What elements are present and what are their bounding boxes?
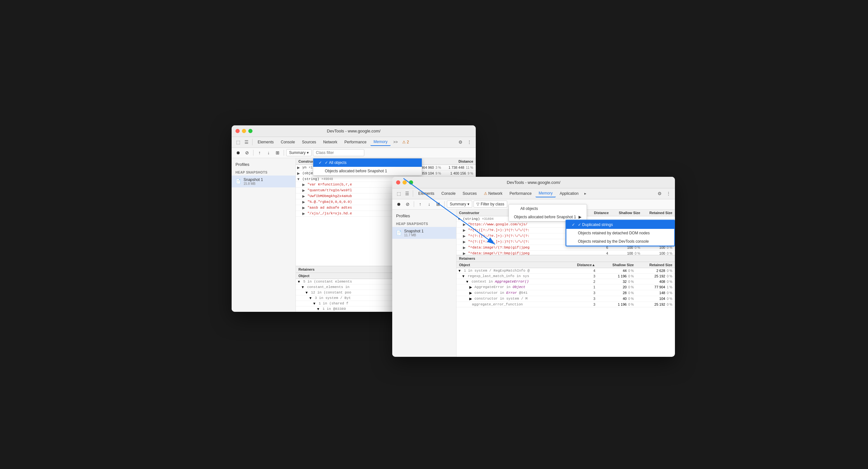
dropdown-console-front[interactable]: Objects retained by the DevTools console	[566, 237, 674, 245]
close-button-back[interactable]	[236, 129, 240, 133]
ret-name-f2: context in AggregateError()	[469, 280, 572, 284]
dropdown-all-objects-front[interactable]: All objects	[509, 204, 587, 213]
collect-btn-front[interactable]: ⊞	[434, 200, 442, 208]
upload-btn-back[interactable]: ↑	[256, 149, 264, 156]
tab-network-back[interactable]: Network	[320, 139, 341, 146]
expand-icon-8[interactable]: ▶	[301, 211, 306, 216]
ret-retained-col-front: Retained Size	[637, 263, 675, 267]
expand-icon-4[interactable]: ▶	[301, 188, 306, 193]
tab-performance-front[interactable]: Performance	[506, 190, 535, 197]
tab-console-back[interactable]: Console	[278, 139, 298, 146]
ret-expand-5[interactable]: ▼	[296, 307, 320, 311]
class-filter-input-back[interactable]	[313, 149, 364, 156]
settings-icon-front[interactable]: ⚙	[656, 190, 663, 197]
tab-application-front[interactable]: Application	[556, 190, 582, 197]
memory-toolbar-front: ⏺ ⊘ ↑ ↓ ⊞ Summary ▾ ▽ Filter by class	[392, 199, 675, 210]
row-retained-0: 1 738 448 11 %	[444, 166, 476, 169]
ret-dist-f6: 3	[572, 302, 598, 306]
expand-icon-f2[interactable]: ▶	[462, 228, 467, 232]
warning-icon-back: ⚠	[402, 140, 406, 144]
ret-expand-1[interactable]: ▼	[296, 285, 305, 289]
table-row-front-6[interactable]: ▶ "^data:image\/(?:bmp|gif|jpeg 4 100 0 …	[457, 251, 675, 255]
collect-btn-back[interactable]: ⊞	[274, 149, 281, 156]
ret-name-f5: constructor in system / M	[472, 297, 572, 300]
expand-icon-3[interactable]: ▶	[301, 183, 306, 187]
upload-btn-front[interactable]: ↑	[416, 200, 424, 208]
expand-icon-f5[interactable]: ▶	[462, 245, 467, 250]
ret-dist-col-front: Distance▲	[572, 263, 598, 267]
minimize-button-back[interactable]	[242, 129, 246, 133]
expand-icon-6[interactable]: ▶	[301, 200, 306, 204]
ret-name-f0: 1 in system / RegExpMatchInfo @	[461, 269, 572, 272]
tab-memory-back[interactable]: Memory	[370, 138, 391, 146]
summary-dropdown-back[interactable]: Summary ▾	[286, 149, 312, 156]
tab-memory-front[interactable]: Memory	[535, 190, 556, 197]
tab-console-front[interactable]: Console	[438, 190, 459, 197]
clear-btn-front[interactable]: ⊘	[404, 200, 411, 208]
tab-elements-front[interactable]: Elements	[415, 190, 437, 197]
snapshot-size-back: 15.8 MB	[244, 182, 263, 185]
ret-expand-0[interactable]: ▼	[296, 280, 301, 284]
ret-expand-f0[interactable]: ▼	[457, 269, 461, 272]
device-icon[interactable]: ☰	[243, 138, 250, 146]
snapshot-item-front[interactable]: 📄 Snapshot 1 11.7 MB	[392, 227, 456, 239]
expand-icon-1[interactable]: ▶	[296, 171, 301, 176]
expand-icon-f6[interactable]: ▶	[462, 252, 467, 255]
download-btn-front[interactable]: ↓	[425, 200, 433, 208]
expand-icon-2[interactable]: ▼	[296, 177, 301, 181]
ret-obj-col-front: Object	[457, 263, 572, 267]
minimize-button-front[interactable]	[403, 180, 407, 184]
tab-elements-back[interactable]: Elements	[254, 139, 277, 146]
device-icon-front[interactable]: ☰	[403, 190, 411, 197]
ret-expand-f2[interactable]: ▼	[457, 280, 469, 284]
maximize-button-front[interactable]	[409, 180, 413, 184]
ret-expand-f5[interactable]: ▶	[457, 297, 472, 301]
ret-expand-3[interactable]: ▼	[296, 296, 312, 300]
more-icon-front[interactable]: ⋮	[665, 190, 672, 197]
ret-expand-f1[interactable]: ▼	[457, 274, 465, 278]
heap-snapshots-label-front: HEAP SNAPSHOTS	[392, 219, 456, 227]
ret-shallow-f0: 44 0 %	[598, 269, 637, 272]
expand-icon-f0[interactable]: ▼	[457, 217, 462, 221]
dropdown-detached-front[interactable]: Objects retained by detached DOM nodes	[566, 229, 674, 237]
row-name-f5: "^data:image\/(?:bmp|gif|jpeg	[467, 245, 591, 250]
expand-icon-7[interactable]: ▶	[301, 206, 306, 210]
expand-icon-f4[interactable]: ▶	[462, 240, 467, 244]
tab-performance-back[interactable]: Performance	[341, 139, 370, 146]
snapshot-item-back[interactable]: 📄 Snapshot 1 15.8 MB	[231, 176, 296, 187]
more-icon-back[interactable]: ⋮	[465, 138, 473, 146]
cursor-icon[interactable]: ⬚	[234, 138, 242, 146]
dropdown-duplicated-front[interactable]: ✓ ✓ Duplicated strings	[566, 221, 674, 229]
retained-f5: 100 0 %	[643, 245, 675, 250]
ret-shallow-f3: 20 0 %	[598, 285, 637, 289]
dist-f6: 4	[591, 252, 611, 255]
more-tabs-back[interactable]: >>	[391, 139, 400, 146]
ret-expand-f4[interactable]: ▶	[457, 291, 472, 295]
summary-dropdown-front[interactable]: Summary ▾	[447, 201, 472, 208]
more-tabs-front[interactable]: ▸	[582, 190, 588, 197]
dropdown-all-objects-back[interactable]: ✓ ✓ All objects	[313, 158, 422, 167]
ret-expand-4[interactable]: ▼	[296, 301, 316, 305]
expand-icon-0[interactable]: ▶	[296, 166, 301, 170]
expand-icon-5[interactable]: ▶	[301, 194, 306, 198]
close-button-front[interactable]	[396, 180, 400, 184]
tab-sources-front[interactable]: Sources	[459, 190, 480, 197]
tab-sources-back[interactable]: Sources	[299, 139, 319, 146]
record-btn-front[interactable]: ⏺	[395, 200, 403, 208]
download-btn-back[interactable]: ↓	[265, 149, 272, 156]
ret-expand-2[interactable]: ▼	[296, 291, 308, 294]
retained-f6: 100 0 %	[643, 252, 675, 255]
filter-by-class-btn[interactable]: ▽ Filter by class	[473, 201, 507, 208]
cursor-icon-front[interactable]: ⬚	[395, 190, 403, 197]
ret-expand-f3[interactable]: ▶	[457, 285, 472, 289]
settings-icon-back[interactable]: ⚙	[457, 138, 464, 146]
record-btn-back[interactable]: ⏺	[234, 149, 242, 156]
expand-icon-f1[interactable]: ▶	[462, 223, 467, 227]
dropdown-before-snapshot-back[interactable]: Objects allocated before Snapshot 1	[313, 167, 422, 175]
expand-icon-f3[interactable]: ▶	[462, 234, 467, 238]
clear-btn-back[interactable]: ⊘	[243, 149, 251, 156]
maximize-button-back[interactable]	[248, 129, 252, 133]
window-title-front: DevTools - www.google.com/	[507, 180, 561, 185]
ret-retained-f4: 148 0 %	[637, 291, 675, 295]
tab-network-front[interactable]: ⚠ Network	[480, 190, 506, 197]
